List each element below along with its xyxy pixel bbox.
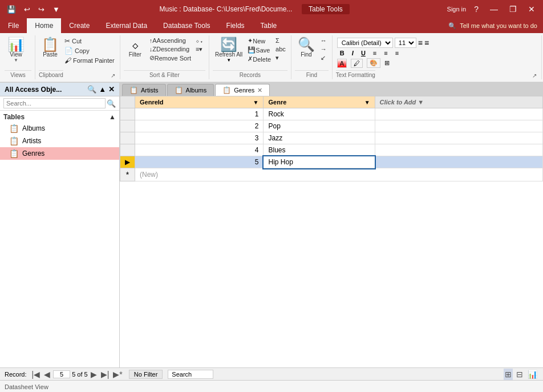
remove-sort-button[interactable]: ⊘ Remove Sort (148, 54, 193, 62)
next-record-btn[interactable]: ▶ (90, 370, 98, 379)
undo-qat-btn[interactable]: ↩ (22, 4, 33, 15)
new-nav-record-btn[interactable]: ▶* (112, 370, 123, 379)
align-left-btn[interactable]: ≡ (370, 49, 379, 58)
tab-albums[interactable]: 📋 Albums (167, 84, 214, 96)
tab-artists[interactable]: 📋 Artists (122, 84, 166, 96)
filter-dropdown-button[interactable]: ⬦▾ (194, 37, 205, 45)
record-label: Record: (5, 371, 27, 378)
format-painter-button[interactable]: 🖌 Format Painter (63, 56, 116, 65)
more-records-button[interactable]: ▾ (274, 54, 287, 62)
highlight-color-button[interactable]: 🖊 (351, 59, 363, 68)
table-tools-label: Table Tools (302, 4, 350, 14)
remove-sort-icon: ⊘ (149, 54, 155, 62)
totals-button[interactable]: Σ (274, 37, 287, 45)
filter-indicator[interactable]: No Filter (129, 370, 163, 379)
tab-file[interactable]: File (0, 18, 27, 33)
advanced-filter-button[interactable]: ≡▾ (194, 45, 205, 54)
col-header-add[interactable]: Click to Add ▼ (375, 96, 542, 108)
redo-qat-btn[interactable]: ↪ (36, 4, 47, 15)
tables-collapse-btn[interactable]: ▲ (109, 113, 116, 121)
tab-external-data[interactable]: External Data (98, 18, 155, 33)
cell-genre-1[interactable]: Rock (264, 108, 375, 120)
new-row-label[interactable]: (New) (135, 168, 543, 181)
copy-button[interactable]: 📄 Copy (63, 46, 116, 55)
clipboard-dialog-launcher[interactable]: ↗ (110, 72, 116, 79)
descending-button[interactable]: ↓Z Descending (148, 45, 193, 53)
col-header-genreid[interactable]: GenreId ▼ (135, 96, 264, 108)
nav-pane-search-toggle[interactable]: 🔍 (87, 85, 96, 94)
cut-button[interactable]: ✂ Cut (63, 37, 116, 46)
search-input[interactable] (168, 370, 213, 379)
cell-genreid-3[interactable]: 3 (135, 132, 264, 144)
tab-create[interactable]: Create (61, 18, 98, 33)
font-family-select[interactable]: Calibri (Detail) (337, 38, 393, 48)
minimize-btn[interactable]: — (487, 3, 501, 15)
cell-genre-5[interactable]: Hip Hop (264, 156, 375, 168)
col-header-genre[interactable]: Genre ▼ (264, 96, 375, 108)
tab-table[interactable]: Table (253, 18, 285, 33)
tab-genres[interactable]: 📋 Genres ✕ (215, 84, 270, 96)
close-btn[interactable]: ✕ (525, 3, 538, 15)
background-color-button[interactable]: 🎨 (367, 58, 380, 68)
cell-genreid-1[interactable]: 1 (135, 108, 264, 120)
save-record-button[interactable]: 💾 Save (246, 46, 273, 54)
nav-item-albums[interactable]: 📋 Albums (0, 122, 119, 135)
bold-button[interactable]: B (337, 49, 347, 58)
tab-database-tools[interactable]: Database Tools (155, 18, 218, 33)
text-formatting-dialog-launcher[interactable]: ↗ (531, 72, 538, 79)
find-button[interactable]: 🔍 Find (295, 37, 318, 59)
prev-record-btn[interactable]: ◀ (43, 370, 51, 379)
sign-in-btn[interactable]: Sign in (447, 6, 467, 13)
refresh-dropdown-icon[interactable]: ▼ (226, 58, 231, 63)
view-dropdown-icon[interactable]: ▼ (14, 58, 18, 63)
numbered-list-icon[interactable]: ≡ (424, 38, 429, 47)
spelling-button[interactable]: abc (274, 45, 287, 53)
genres-tab-close[interactable]: ✕ (257, 87, 262, 94)
align-right-btn[interactable]: ≡ (392, 49, 402, 58)
ascending-button[interactable]: ↑A Ascending (148, 37, 193, 45)
click-to-add-dropdown-icon[interactable]: ▼ (418, 99, 424, 106)
font-size-select[interactable]: 11 (395, 38, 416, 48)
goto-button[interactable]: → (319, 45, 329, 53)
cell-genre-4[interactable]: Blues (264, 144, 375, 156)
pivot-chart-view-btn[interactable]: 📊 (526, 369, 538, 380)
tab-fields[interactable]: Fields (218, 18, 253, 33)
datasheet-view-btn[interactable]: ⊞ (504, 369, 513, 380)
nav-pane-close-btn[interactable]: ✕ (108, 85, 115, 94)
underline-button[interactable]: U (358, 49, 368, 58)
paste-button[interactable]: 📋 Paste (39, 37, 62, 59)
list-bullets-icon[interactable]: ≡ (418, 38, 423, 47)
pivot-table-view-btn[interactable]: ⊟ (515, 369, 524, 380)
new-record-button[interactable]: ✦ New (246, 37, 273, 45)
refresh-button[interactable]: 🔄 Refresh All ▼ (213, 37, 245, 64)
nav-item-genres[interactable]: 📋 Genres (0, 147, 119, 160)
nav-item-artists[interactable]: 📋 Artists (0, 135, 119, 147)
qat-dropdown-btn[interactable]: ▼ (50, 4, 62, 15)
gridlines-button[interactable]: ⊞ (384, 59, 390, 67)
delete-record-button[interactable]: ✗ Delete (246, 55, 273, 63)
align-center-btn[interactable]: ≡ (381, 49, 390, 58)
cell-genreid-5[interactable]: 5 (135, 156, 264, 168)
cell-genre-2[interactable]: Pop (264, 120, 375, 132)
select-button[interactable]: ↙ (319, 54, 329, 62)
font-row-3: A 🖊 🎨 ⊞ (337, 58, 429, 68)
tell-me-bar[interactable]: 🔍 Tell me what you want to do (443, 18, 543, 33)
cell-genreid-2[interactable]: 2 (135, 120, 264, 132)
restore-btn[interactable]: ❐ (506, 3, 520, 15)
save-qat-btn[interactable]: 💾 (5, 4, 18, 15)
tab-home[interactable]: Home (27, 18, 61, 33)
replace-button[interactable]: ↔ (319, 37, 329, 45)
datasheet-area[interactable]: GenreId ▼ Genre ▼ Click (120, 96, 543, 367)
italic-button[interactable]: I (349, 49, 356, 58)
first-record-btn[interactable]: |◀ (31, 370, 42, 379)
font-color-button[interactable]: A (337, 59, 347, 68)
nav-pane-options-btn[interactable]: ▲ (99, 85, 106, 94)
cell-genreid-4[interactable]: 4 (135, 144, 264, 156)
help-btn[interactable]: ? (471, 3, 482, 15)
cell-genre-3[interactable]: Jazz (264, 132, 375, 144)
current-record-input[interactable] (53, 370, 70, 378)
last-record-btn[interactable]: ▶| (100, 370, 111, 379)
view-button[interactable]: 📊 View ▼ (5, 37, 27, 64)
filter-button[interactable]: ⬦ Filter (124, 37, 147, 59)
nav-search-input[interactable] (3, 98, 106, 108)
